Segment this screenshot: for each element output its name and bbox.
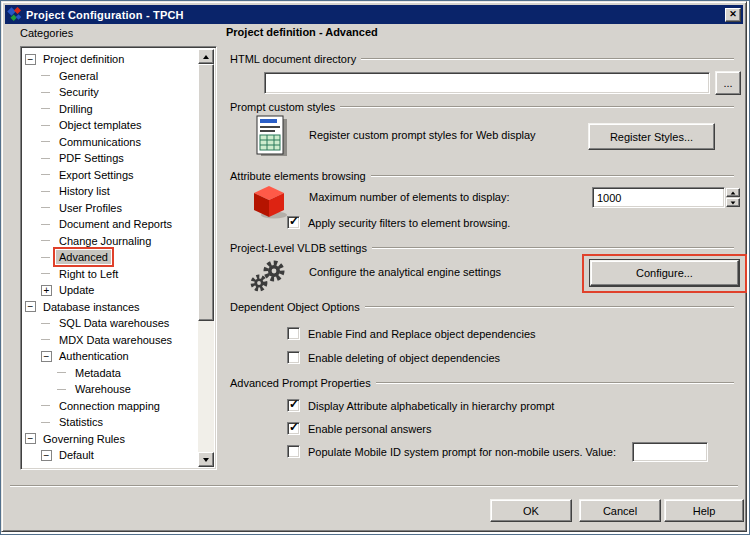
title-bar[interactable]: Project Configuration - TPCH ✕ [5, 5, 743, 24]
collapse-icon[interactable]: − [25, 433, 36, 444]
register-styles-button[interactable]: Register Styles... [588, 123, 715, 150]
window-title: Project Configuration - TPCH [26, 9, 184, 21]
checkbox-label: Enable personal answers [308, 423, 432, 435]
cancel-button[interactable]: Cancel [579, 499, 661, 522]
tree-connector [41, 422, 50, 423]
tree-connector [41, 191, 50, 192]
expand-icon[interactable]: + [41, 285, 52, 296]
tree-item-label: MDX Data warehouses [56, 333, 175, 347]
tree-item-governing-rules[interactable]: −Governing Rules [23, 431, 198, 448]
tree-connector [41, 240, 50, 241]
close-button[interactable]: ✕ [725, 8, 741, 22]
enable-deleting-checkbox[interactable] [287, 351, 300, 364]
tree-item-label: Project definition [40, 52, 127, 66]
collapse-icon[interactable]: − [25, 301, 36, 312]
tree-item-label: Drilling [56, 102, 96, 116]
tree-item-label: Statistics [56, 415, 106, 429]
tree-item-project-definition[interactable]: −Project definition [23, 51, 198, 68]
tree-item-history-list[interactable]: History list [23, 183, 198, 200]
tree-item-label: Advanced [56, 250, 111, 264]
tree-item-mdx-data-warehouses[interactable]: MDX Data warehouses [23, 332, 198, 349]
enable-find-replace-checkbox[interactable] [287, 327, 300, 340]
group-title: Project-Level VLDB settings [230, 242, 367, 254]
scroll-down-icon[interactable] [198, 452, 214, 467]
tree-item-export-settings[interactable]: Export Settings [23, 167, 198, 184]
display-attribute-row[interactable]: Display Attribute alphabetically in hier… [287, 399, 554, 412]
tree-rows: −Project definitionGeneralSecurityDrilli… [23, 51, 198, 467]
tree-item-metadata[interactable]: Metadata [23, 365, 198, 382]
checkbox-label: Enable Find and Replace object dependenc… [308, 328, 536, 340]
tree-item-label: Document and Reports [56, 217, 175, 231]
populate-mobile-id-row[interactable]: Populate Mobile ID system prompt for non… [287, 445, 616, 458]
ok-button-label: OK [523, 505, 539, 517]
display-attribute-checkbox[interactable] [287, 399, 300, 412]
tree-connector [57, 372, 66, 373]
divider [340, 106, 734, 108]
enable-personal-answers-row[interactable]: Enable personal answers [287, 422, 432, 435]
tree-item-user-profiles[interactable]: User Profiles [23, 200, 198, 217]
tree-item-general[interactable]: General [23, 68, 198, 85]
tree-connector [57, 389, 66, 390]
tree-connector [41, 224, 50, 225]
tree-item-label: SQL Data warehouses [56, 316, 172, 330]
tree-item-sql-data-warehouses[interactable]: SQL Data warehouses [23, 315, 198, 332]
tree-item-label: Result sets [72, 465, 132, 467]
enable-personal-answers-checkbox[interactable] [287, 422, 300, 435]
tree-item-drilling[interactable]: Drilling [23, 101, 198, 118]
collapse-icon[interactable]: − [41, 351, 52, 362]
tree-item-database-instances[interactable]: −Database instances [23, 299, 198, 316]
tree-connector [41, 207, 50, 208]
enable-find-replace-row[interactable]: Enable Find and Replace object dependenc… [287, 327, 536, 340]
help-button[interactable]: Help [664, 499, 744, 522]
tree-item-object-templates[interactable]: Object templates [23, 117, 198, 134]
scroll-up-icon[interactable] [198, 49, 214, 64]
spinner-down-icon[interactable] [726, 198, 740, 207]
apply-security-filters-checkbox[interactable] [287, 216, 300, 229]
tree-connector [41, 405, 50, 406]
tree-item-result-sets[interactable]: Result sets [23, 464, 198, 468]
collapse-icon[interactable]: − [25, 54, 36, 65]
apply-security-filters-row[interactable]: Apply security filters to element browsi… [287, 216, 510, 229]
tree-item-label: Authentication [56, 349, 132, 363]
configure-annotation-box [582, 254, 747, 293]
tree-item-security[interactable]: Security [23, 84, 198, 101]
group-title: Prompt custom styles [230, 101, 335, 113]
tree-connector [41, 108, 50, 109]
tree-item-document-and-reports[interactable]: Document and Reports [23, 216, 198, 233]
collapse-icon[interactable]: − [41, 450, 52, 461]
tree-item-right-to-left[interactable]: Right to Left [23, 266, 198, 283]
group-vldb-settings: Project-Level VLDB settings [230, 242, 734, 254]
close-icon: ✕ [729, 10, 737, 19]
tree-item-pdf-settings[interactable]: PDF Settings [23, 150, 198, 167]
browse-button[interactable]: ... [715, 71, 741, 95]
tree-item-label: Metadata [72, 366, 124, 380]
group-title: HTML document directory [230, 53, 356, 65]
prompt-styles-description: Register custom prompt styles for Web di… [309, 129, 536, 141]
populate-mobile-id-checkbox[interactable] [287, 445, 300, 458]
mobile-id-value-input[interactable] [632, 442, 708, 462]
tree-item-update[interactable]: +Update [23, 282, 198, 299]
scrollbar-thumb[interactable] [198, 64, 214, 321]
ok-button[interactable]: OK [490, 499, 572, 522]
html-directory-input[interactable] [264, 72, 710, 94]
tree-item-statistics[interactable]: Statistics [23, 414, 198, 431]
checkbox-label: Display Attribute alphabetically in hier… [308, 400, 554, 412]
tree-item-default[interactable]: −Default [23, 447, 198, 464]
divider [361, 58, 734, 60]
enable-deleting-row[interactable]: Enable deleting of object dependencies [287, 351, 500, 364]
tree-scrollbar[interactable] [198, 49, 214, 467]
tree-item-connection-mapping[interactable]: Connection mapping [23, 398, 198, 415]
tree-item-authentication[interactable]: −Authentication [23, 348, 198, 365]
max-elements-input[interactable] [592, 187, 725, 208]
tree-item-label: Export Settings [56, 168, 137, 182]
tree-item-communications[interactable]: Communications [23, 134, 198, 151]
group-advanced-prompt-properties: Advanced Prompt Properties [230, 377, 734, 389]
page-title: Project definition - Advanced [226, 26, 378, 38]
tree-item-change-journaling[interactable]: Change Journaling [23, 233, 198, 250]
tree-item-warehouse[interactable]: Warehouse [23, 381, 198, 398]
tree-item-advanced[interactable]: Advanced [23, 249, 198, 266]
spinner-up-icon[interactable] [726, 188, 740, 197]
tree-item-label: Communications [56, 135, 144, 149]
tree-item-label: Default [56, 448, 97, 462]
group-prompt-custom-styles: Prompt custom styles [230, 101, 734, 113]
